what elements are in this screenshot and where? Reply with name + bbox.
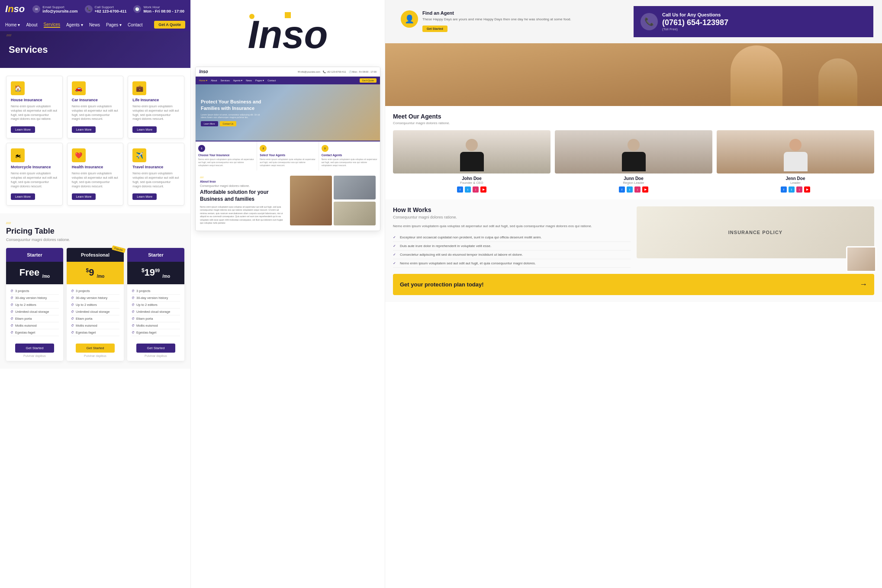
panel-center: I nso Inso ✉ info@yoursite.com 📞 +62 123… xyxy=(190,0,385,588)
mockup-nav-agents[interactable]: Agents ▾ xyxy=(233,79,243,82)
how-feature-2: Duis aute irure dolor in reprehenderit i… xyxy=(393,242,631,251)
pro-f5: Etiam porta xyxy=(71,315,119,322)
pro-period: /mo xyxy=(97,274,105,279)
how-grid: How It Works Consequuntur magni dolores … xyxy=(393,206,874,268)
starter-features: 3 projects 30-day version history Up to … xyxy=(6,284,63,340)
nav-about[interactable]: About xyxy=(26,22,37,27)
life-btn[interactable]: Learn More xyxy=(132,126,157,133)
meet-agents-subtitle: Consequuntur magni dolores ratione. xyxy=(393,121,874,125)
nav-home[interactable]: Home ▾ xyxy=(5,22,20,27)
moto-btn[interactable]: Learn More xyxy=(11,193,35,200)
hero-person-2 xyxy=(818,58,857,106)
agent-photo-img-3 xyxy=(717,130,874,174)
pro-f6: Mollis euismod xyxy=(71,322,119,329)
agent1-yt[interactable]: ▶ xyxy=(480,186,486,193)
pricing-card-starter: Starter Free /mo 3 projects 30-day versi… xyxy=(6,248,63,360)
agent3-fb[interactable]: f xyxy=(781,186,787,193)
person-head-3 xyxy=(789,139,802,151)
nav-pages[interactable]: Pages ▾ xyxy=(106,22,122,27)
nav-cta-button[interactable]: Get A Quote xyxy=(154,21,185,29)
agent1-fb[interactable]: f xyxy=(457,186,463,193)
mockup-nav-services[interactable]: Services xyxy=(221,79,230,82)
phone-value: +62 123-6700-411 xyxy=(95,9,127,13)
pricing-card-starter2: Starter $1999 /mo 3 projects 30-day vers… xyxy=(127,248,184,360)
mockup-hero-btns: Learn More Contact Us xyxy=(201,121,270,126)
agent1-tw[interactable]: t xyxy=(465,186,471,193)
starter-f6: Mollis euismod xyxy=(10,322,59,329)
starter-cta: Get Started Pulvinar dapibus xyxy=(6,340,63,361)
mockup-hero-btn1[interactable]: Learn More xyxy=(201,121,218,126)
phone-contact: 📞 Call Support +62 123-6700-411 xyxy=(85,5,127,13)
how-cta[interactable]: Get your protection plan today! → xyxy=(393,274,874,295)
pro-btn[interactable]: Get Started xyxy=(76,344,115,353)
nav-contact[interactable]: Contact xyxy=(128,22,142,27)
s2-f6: Mollis euismod xyxy=(132,322,180,329)
agent3-tw[interactable]: t xyxy=(789,186,795,193)
panel-right: 👤 Find an Agent These Happy Days are you… xyxy=(385,0,882,588)
mockup-nav-cta[interactable]: Get A Quote xyxy=(360,78,377,83)
mockup-nav-home[interactable]: Home ▾ xyxy=(199,79,207,82)
email-label: Email Support xyxy=(42,5,77,9)
starter-period: /mo xyxy=(42,274,50,279)
how-content: How It Works Consequuntur magni dolores … xyxy=(393,206,631,268)
mockup-nav-pages[interactable]: Pages ▾ xyxy=(255,79,264,82)
travel-btn[interactable]: Learn More xyxy=(132,193,157,200)
mockup-about-content: ///// About Inso Consequuntur magni dolo… xyxy=(200,176,286,225)
pro-f3: Up to 2 editors xyxy=(71,302,119,308)
mockup-contacts: ✉ info@yoursite.com 📞 +62 123-6700-411 🕐… xyxy=(298,71,377,73)
mockup-nav-contact[interactable]: Contact xyxy=(267,79,276,82)
service-card-house: 🏠 House Insurance Nemo enim ipsum volupt… xyxy=(6,76,63,138)
agent2-tw[interactable]: t xyxy=(627,186,633,193)
agent2-fb[interactable]: f xyxy=(619,186,625,193)
agent-photo-1 xyxy=(393,130,550,174)
agent-social-3: f t i ▶ xyxy=(717,186,874,193)
health-btn[interactable]: Learn More xyxy=(72,193,96,200)
agent2-yt[interactable]: ▶ xyxy=(642,186,648,193)
pricing-subtitle: Consequuntur magni dolores ratione. xyxy=(6,238,184,242)
meeting-photo xyxy=(334,176,376,199)
agent2-ig[interactable]: i xyxy=(634,186,641,193)
right-top: 👤 Find an Agent These Happy Days are you… xyxy=(385,0,882,43)
left-logo: Inso xyxy=(5,3,25,15)
starter-note: Pulvinar dapibus xyxy=(10,354,59,357)
agent-social-1: f t i ▶ xyxy=(393,186,550,193)
car-text: Nemo enim ipsum voluptatem voluptas sit … xyxy=(72,104,119,121)
agent-box-btn[interactable]: Get Started xyxy=(422,26,447,32)
about-img-2 xyxy=(334,202,376,225)
left-nav: Home ▾ About Services Agents ▾ News Page… xyxy=(0,18,190,31)
person-head-2 xyxy=(628,139,640,151)
nav-agents[interactable]: Agents ▾ xyxy=(66,22,83,27)
nav-news[interactable]: News xyxy=(89,22,100,27)
mockup-nav-about[interactable]: About xyxy=(211,79,217,82)
mockup-nav-news[interactable]: News xyxy=(246,79,252,82)
agents-grid: John Doe Founder & CEO f t i ▶ xyxy=(393,130,874,193)
agent-card-1: John Doe Founder & CEO f t i ▶ xyxy=(393,130,550,193)
starter2-btn[interactable]: Get Started xyxy=(136,344,175,353)
insurance-policy-label: INSURANCE POLICY xyxy=(728,230,782,235)
agent-name-1: John Doe xyxy=(393,176,550,181)
house-btn[interactable]: Learn More xyxy=(11,126,35,133)
agent3-yt[interactable]: ▶ xyxy=(804,186,810,193)
logo-dot-center xyxy=(285,12,291,18)
mockup-about-imgs xyxy=(290,176,376,225)
starter-f7: Egestas-faget xyxy=(10,329,59,336)
person-body-2 xyxy=(622,152,646,171)
s2-f5: Etiam porta xyxy=(132,315,180,322)
mockup-header: Inso ✉ info@yoursite.com 📞 +62 123-6700-… xyxy=(196,67,380,77)
starter-f1: 3 projects xyxy=(10,288,59,295)
s2-f7: Egestas-faget xyxy=(132,329,180,336)
agent3-ig[interactable]: i xyxy=(796,186,802,193)
health-text: Nemo enim ipsum voluptatem voluptas sit … xyxy=(72,171,119,188)
agent1-ig[interactable]: i xyxy=(473,186,479,193)
nav-services[interactable]: Services xyxy=(44,22,60,28)
starter-btn[interactable]: Get Started xyxy=(15,344,54,353)
step2-num: 2 xyxy=(260,145,267,152)
agent-name-3: Jenn Doe xyxy=(717,176,874,181)
pricing-grid: Starter Free /mo 3 projects 30-day versi… xyxy=(6,248,184,360)
person-body-3 xyxy=(784,152,808,171)
work-value: Mon - Fri 08:00 - 17:00 xyxy=(143,9,184,13)
car-btn[interactable]: Learn More xyxy=(72,126,96,133)
mockup-hero-btn2[interactable]: Contact Us xyxy=(220,121,237,126)
step2-title: Select Your Agents xyxy=(260,154,315,157)
moto-text: Nemo enim ipsum voluptatem voluptas sit … xyxy=(11,171,58,188)
